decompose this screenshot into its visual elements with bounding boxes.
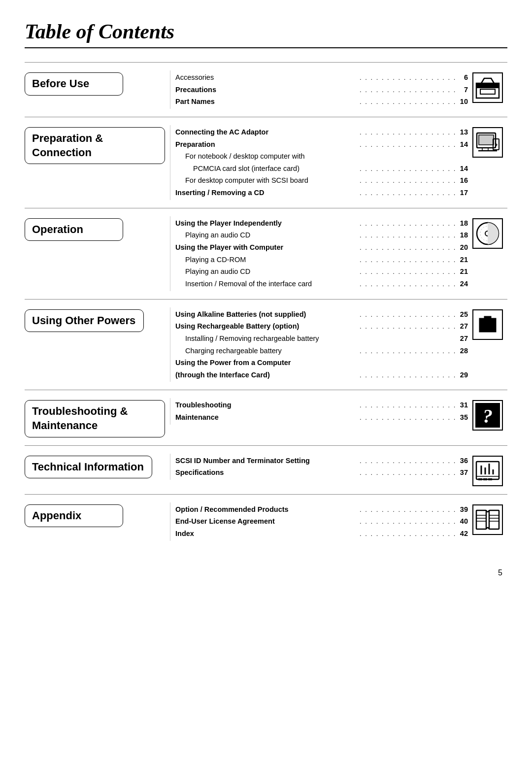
entry-text: Charging rechargeable battery [185,345,358,357]
entry-text: Insertion / Removal of the interface car… [185,278,358,290]
svg-rect-24 [476,510,486,529]
entry-dots: . . . . . . . . . . . . . . . . . . . . [358,139,456,150]
entry-dots: . . . . . . . . . . . . . . . . . . . . [358,346,456,357]
computer-icon [472,127,503,158]
section-using-other: Using Other PowersUsing Alkaline Batteri… [25,299,507,390]
entry-line: Using the Player with Computer. . . . . … [175,241,468,254]
entry-line: Using Alkaline Batteries (not supplied).… [175,308,468,321]
question-icon: ? [472,400,503,431]
entry-page: 14 [456,138,468,151]
entry-text: Precautions [175,84,358,96]
entry-page: 18 [456,229,468,241]
entry-line: Playing an audio CD. . . . . . . . . . .… [175,229,468,241]
section-label-before-use: Before Use [25,72,123,96]
entry-page: 20 [456,241,468,254]
entry-dots: . . . . . . . . . . . . . . . . . . . . [358,400,456,411]
entry-text: Maintenance [175,411,358,424]
entry-line: Playing an audio CD. . . . . . . . . . .… [175,266,468,278]
svg-rect-12 [484,316,491,319]
label-cell-technical: Technical Information [25,454,170,479]
entry-text: Playing an audio CD [185,229,358,241]
section-label-preparation: Preparation & Connection [25,127,165,164]
section-before-use: Before UseAccessories. . . . . . . . . .… [25,62,507,117]
section-technical: Technical InformationSCSI ID Number and … [25,445,507,494]
entry-text: Using the Player with Computer [175,241,358,254]
label-cell-before-use: Before Use [25,70,170,96]
page-title: Table of Contents [25,20,507,43]
entry-text: Using the Player Independently [175,217,358,230]
entry-line: Option / Recommended Products. . . . . .… [175,503,468,516]
entry-line: Preparation. . . . . . . . . . . . . . .… [175,138,468,151]
entry-page: 37 [456,467,468,479]
entry-line: Using Rechargeable Battery (option). . .… [175,320,468,333]
entry-line: Precautions. . . . . . . . . . . . . . .… [175,84,468,96]
entry-dots: . . . . . . . . . . . . . . . . . . . . [358,188,456,199]
section-label-technical: Technical Information [25,456,152,479]
scsi-icon [472,456,503,486]
entry-page: 10 [456,96,468,108]
entry-line: For desktop computer with SCSI board. . … [175,174,468,187]
entries-troubleshooting: Troubleshooting. . . . . . . . . . . . .… [170,398,468,424]
entry-line: Connecting the AC Adaptor. . . . . . . .… [175,126,468,138]
entry-page: 18 [456,217,468,230]
entry-dots: . . . . . . . . . . . . . . . . . . . . [358,242,456,253]
label-cell-using-other: Using Other Powers [25,307,170,333]
entry-line: Using the Power from a Computer [175,357,468,369]
entry-page: 36 [456,455,468,467]
entry-text: (through the Interface Card) [175,369,358,381]
title-divider [25,47,507,48]
entry-line: Index. . . . . . . . . . . . . . . . . .… [175,528,468,540]
entry-line: Installing / Removing rechargeable batte… [175,333,468,345]
entry-text: Playing a CD-ROM [185,254,358,266]
section-label-troubleshooting: Troubleshooting & Maintenance [25,400,165,437]
icon-cell-technical [468,454,507,486]
svg-rect-25 [489,510,499,529]
entry-text: End-User License Agreement [175,515,358,528]
entry-dots: . . . . . . . . . . . . . . . . . . . . [358,467,456,478]
entry-dots: . . . . . . . . . . . . . . . . . . . . [358,504,456,515]
section-troubleshooting: Troubleshooting & MaintenanceTroubleshoo… [25,390,507,445]
entry-page: 39 [456,503,468,516]
entry-dots: . . . . . . . . . . . . . . . . . . . . [358,175,456,186]
entry-page: 17 [456,187,468,199]
icon-cell-preparation [468,125,507,158]
entry-line: Playing a CD-ROM. . . . . . . . . . . . … [175,254,468,266]
entry-page: 16 [456,174,468,187]
entries-technical: SCSI ID Number and Terminator Setting. .… [170,454,468,480]
entry-text: Accessories [175,71,358,84]
entry-text: For notebook / desktop computer with [185,150,468,163]
section-label-appendix: Appendix [25,504,123,528]
entry-page: 25 [456,308,468,321]
entry-text: Part Names [175,96,358,108]
entry-text: Playing an audio CD [185,266,358,278]
entry-dots: . . . . . . . . . . . . . . . . . . . . [358,127,456,138]
entries-operation: Using the Player Independently. . . . . … [170,216,468,291]
entry-line: SCSI ID Number and Terminator Setting. .… [175,455,468,467]
entry-line: (through the Interface Card). . . . . . … [175,369,468,381]
icon-cell-appendix [468,502,507,535]
svg-rect-11 [479,318,496,332]
entry-text: For desktop computer with SCSI board [185,174,358,187]
entry-page: 42 [456,528,468,540]
entry-page: 6 [456,71,468,84]
svg-rect-19 [488,478,492,480]
label-cell-preparation: Preparation & Connection [25,125,170,164]
label-cell-troubleshooting: Troubleshooting & Maintenance [25,398,170,437]
entry-text: SCSI ID Number and Terminator Setting [175,455,358,467]
entry-dots: . . . . . . . . . . . . . . . . . . . . [358,516,456,527]
entry-dots: . . . . . . . . . . . . . . . . . . . . [358,279,456,290]
svg-text:?: ? [483,405,493,427]
entry-text: Using Rechargeable Battery (option) [175,320,358,333]
icon-cell-troubleshooting: ? [468,398,507,431]
toc-container: Before UseAccessories. . . . . . . . . .… [25,62,507,549]
entry-page: 31 [456,399,468,411]
svg-rect-17 [478,478,482,480]
section-label-using-other: Using Other Powers [25,309,144,333]
entry-text: Inserting / Removing a CD [175,187,358,199]
entry-text: PCMCIA card slot (interface card) [193,163,358,175]
entry-dots: . . . . . . . . . . . . . . . . . . . . [358,218,456,229]
section-label-operation: Operation [25,218,123,241]
label-cell-operation: Operation [25,216,170,241]
entry-text: Preparation [175,138,358,151]
entry-text: Using the Power from a Computer [175,357,468,369]
